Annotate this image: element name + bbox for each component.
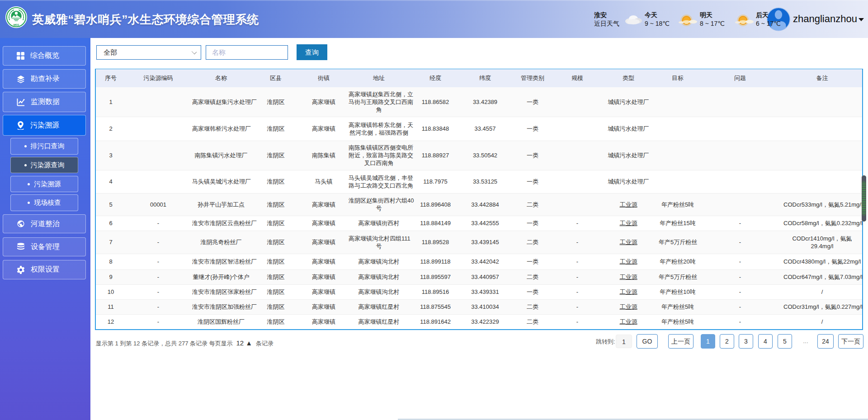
svg-text:MEE: MEE <box>14 24 19 26</box>
